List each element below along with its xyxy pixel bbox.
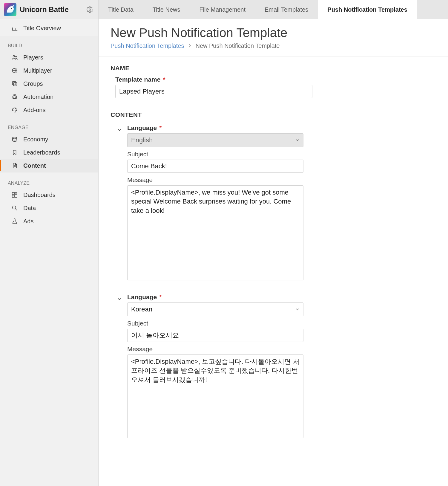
svg-point-11 xyxy=(13,137,17,139)
tab-push-notification-templates[interactable]: Push Notification Templates xyxy=(318,0,417,19)
collapse-toggle[interactable] xyxy=(116,126,123,133)
tab-label: Title News xyxy=(153,6,180,13)
message-textarea[interactable] xyxy=(127,185,303,280)
chevron-down-icon xyxy=(295,305,300,313)
gear-icon xyxy=(87,6,93,13)
sidebar-item-label: Dashboards xyxy=(23,192,56,198)
sidebar-item-ads[interactable]: Ads xyxy=(0,215,98,228)
sidebar-section-title: ENGAGE xyxy=(0,120,98,133)
name-form-col: Template name * xyxy=(111,76,326,98)
sidebar-item-automation[interactable]: Automation xyxy=(0,90,98,103)
sidebar-item-multiplayer[interactable]: Multiplayer xyxy=(0,64,98,77)
message-textarea[interactable] xyxy=(127,354,303,438)
subject-label: Subject xyxy=(127,151,326,158)
language-select[interactable]: Korean xyxy=(127,302,303,316)
svg-point-16 xyxy=(13,206,16,209)
subject-label: Subject xyxy=(127,320,326,327)
sidebar-item-leaderboards[interactable]: Leaderboards xyxy=(0,146,98,159)
svg-rect-6 xyxy=(13,82,17,86)
tab-title-data[interactable]: Title Data xyxy=(99,0,143,19)
sidebar-item-label: Title Overview xyxy=(23,25,61,32)
tab-title-news[interactable]: Title News xyxy=(143,0,190,19)
sidebar-section-title: BUILD xyxy=(0,38,98,51)
sidebar-section-overview: Title Overview xyxy=(0,19,98,36)
sidebar-item-label: Content xyxy=(23,162,46,169)
sidebar-item-label: Data xyxy=(23,205,36,212)
sidebar-section-analyze: ANALYZE Dashboards Data Ads xyxy=(0,173,98,229)
page-title: New Push Notification Template xyxy=(111,26,436,40)
svg-rect-13 xyxy=(15,192,17,194)
content: New Push Notification Template Push Noti… xyxy=(99,19,448,486)
sidebar-item-dashboards[interactable]: Dashboards xyxy=(0,188,98,201)
tab-file-management[interactable]: File Management xyxy=(190,0,255,19)
svg-rect-8 xyxy=(13,96,17,98)
search-icon xyxy=(11,205,19,211)
message-label: Message xyxy=(127,176,326,184)
sidebar-item-title-overview[interactable]: Title Overview xyxy=(0,22,98,35)
sidebar-item-label: Players xyxy=(23,54,43,61)
copy-icon xyxy=(11,80,19,87)
sidebar-item-content[interactable]: Content xyxy=(0,159,98,172)
sidebar-item-label: Automation xyxy=(23,94,53,100)
tab-label: File Management xyxy=(199,6,246,13)
svg-point-1 xyxy=(11,8,12,9)
tab-label: Email Templates xyxy=(265,6,308,13)
section-heading-content: CONTENT xyxy=(111,111,436,118)
robot-icon xyxy=(11,94,19,100)
subject-input[interactable] xyxy=(127,329,303,342)
chevron-right-icon xyxy=(188,42,191,49)
svg-point-4 xyxy=(15,56,16,57)
flask-icon xyxy=(11,218,19,224)
settings-button[interactable] xyxy=(86,5,94,14)
breadcrumb-link-parent[interactable]: Push Notification Templates xyxy=(111,42,184,49)
language-select-value: Korean xyxy=(131,305,152,313)
language-label: Language * xyxy=(127,124,326,132)
dashboard-icon xyxy=(11,192,19,198)
chevron-down-icon xyxy=(117,296,122,302)
sidebar-item-groups[interactable]: Groups xyxy=(0,77,98,90)
section-heading-name: NAME xyxy=(111,65,436,72)
required-indicator: * xyxy=(163,76,165,83)
sidebar-item-economy[interactable]: Economy xyxy=(0,133,98,146)
svg-rect-12 xyxy=(12,192,14,195)
tab-email-templates[interactable]: Email Templates xyxy=(255,0,318,19)
tab-label: Title Data xyxy=(108,6,134,13)
svg-point-2 xyxy=(89,9,91,10)
required-indicator: * xyxy=(159,294,162,301)
sidebar-item-label: Leaderboards xyxy=(23,149,60,156)
tabbar: Title Data Title News File Management Em… xyxy=(99,0,448,19)
sidebar-item-addons[interactable]: Add-ons xyxy=(0,103,98,117)
svg-point-9 xyxy=(13,97,14,97)
svg-rect-14 xyxy=(15,194,17,197)
language-label: Language * xyxy=(127,294,326,301)
sidebar-item-data[interactable]: Data xyxy=(0,201,98,215)
sidebar-section-title: ANALYZE xyxy=(0,176,98,188)
sidebar-item-label: Add-ons xyxy=(23,107,46,114)
bar-chart-icon xyxy=(11,25,19,31)
required-indicator: * xyxy=(159,124,162,132)
chevron-down-icon xyxy=(295,136,300,144)
language-block: Language * English Subject Message xyxy=(115,124,326,282)
template-name-input[interactable] xyxy=(115,85,312,98)
content-form-col: Language * English Subject Message L xyxy=(111,124,326,439)
chevron-down-icon xyxy=(117,127,122,132)
sidebar: Unicorn Battle Title Overview BUILD Play… xyxy=(0,0,99,486)
breadcrumb: Push Notification Templates New Push Not… xyxy=(111,42,436,49)
language-select[interactable]: English xyxy=(127,133,303,147)
collapse-toggle[interactable] xyxy=(116,295,123,302)
tab-label: Push Notification Templates xyxy=(327,6,407,13)
svg-point-10 xyxy=(15,97,16,97)
subject-input[interactable] xyxy=(127,160,303,173)
language-block: Language * Korean Subject Message xyxy=(115,294,326,439)
svg-point-3 xyxy=(13,56,15,57)
sidebar-item-players[interactable]: Players xyxy=(0,51,98,64)
puzzle-icon xyxy=(11,107,19,113)
app-title: Unicorn Battle xyxy=(20,5,69,14)
app-logo xyxy=(4,3,17,16)
sidebar-header: Unicorn Battle xyxy=(0,0,98,19)
bookmark-icon xyxy=(11,149,19,156)
sidebar-item-label: Ads xyxy=(23,218,33,225)
sidebar-section-engage: ENGAGE Economy Leaderboards Content xyxy=(0,118,98,173)
main: Title Data Title News File Management Em… xyxy=(99,0,448,486)
divider xyxy=(99,56,448,57)
